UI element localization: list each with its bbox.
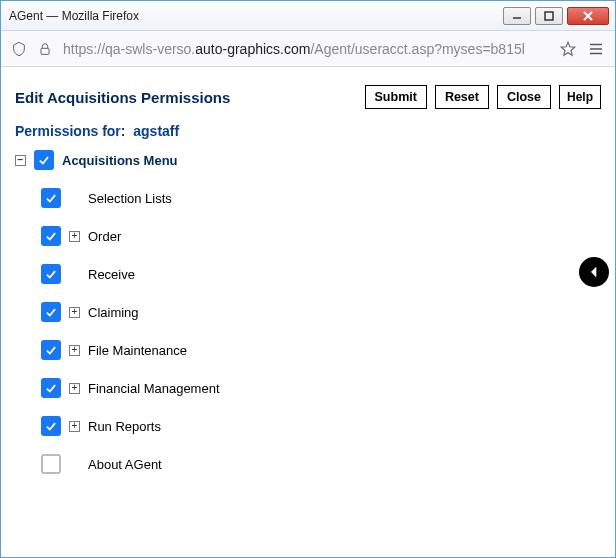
- lock-icon[interactable]: [37, 41, 53, 57]
- tree-item: + Claiming: [41, 299, 601, 325]
- page-title: Edit Acquisitions Permissions: [15, 89, 230, 106]
- expand-icon[interactable]: +: [69, 383, 80, 394]
- expander-spacer: [69, 269, 80, 280]
- tree-item-label: Order: [88, 229, 121, 244]
- checkbox-acquisitions-menu[interactable]: [34, 150, 54, 170]
- expander-spacer: [69, 193, 80, 204]
- browser-window: AGent — Mozilla Firefox https://qa-swls-…: [0, 0, 616, 558]
- close-button[interactable]: Close: [497, 85, 551, 109]
- url-suffix: /Agent/useracct.asp?myses=b815l: [310, 41, 524, 57]
- tree-item: + Financial Management: [41, 375, 601, 401]
- page-content: Edit Acquisitions Permissions Submit Res…: [1, 67, 615, 557]
- address-bar: https://qa-swls-verso.auto-graphics.com/…: [1, 31, 615, 67]
- checkbox-run-reports[interactable]: [41, 416, 61, 436]
- checkbox-about-agent[interactable]: [41, 454, 61, 474]
- permissions-for-label: Permissions for:: [15, 123, 125, 139]
- expand-icon[interactable]: +: [69, 307, 80, 318]
- expander-spacer: [69, 459, 80, 470]
- tree-item-label: Selection Lists: [88, 191, 172, 206]
- checkbox-receive[interactable]: [41, 264, 61, 284]
- tree-item-label: Run Reports: [88, 419, 161, 434]
- page-header: Edit Acquisitions Permissions Submit Res…: [15, 77, 601, 123]
- titlebar: AGent — Mozilla Firefox: [1, 1, 615, 31]
- permissions-for: Permissions for: agstaff: [15, 123, 601, 139]
- expand-icon[interactable]: +: [69, 345, 80, 356]
- svg-rect-1: [545, 12, 553, 20]
- permissions-for-value: agstaff: [133, 123, 179, 139]
- expand-icon[interactable]: +: [69, 231, 80, 242]
- checkbox-claiming[interactable]: [41, 302, 61, 322]
- tree-item: Selection Lists: [41, 185, 601, 211]
- checkbox-selection-lists[interactable]: [41, 188, 61, 208]
- tree-root: − Acquisitions Menu: [15, 147, 601, 173]
- help-button[interactable]: Help: [559, 85, 601, 109]
- window-close-button[interactable]: [567, 7, 609, 25]
- reset-button[interactable]: Reset: [435, 85, 489, 109]
- url-field[interactable]: https://qa-swls-verso.auto-graphics.com/…: [63, 35, 549, 63]
- tree-item-label: Claiming: [88, 305, 139, 320]
- checkbox-financial-management[interactable]: [41, 378, 61, 398]
- scroll-left-button[interactable]: [579, 257, 609, 287]
- collapse-icon[interactable]: −: [15, 155, 26, 166]
- permissions-tree: − Acquisitions Menu Selection Lists + Or…: [15, 147, 601, 477]
- checkbox-order[interactable]: [41, 226, 61, 246]
- tree-item: + Order: [41, 223, 601, 249]
- window-controls: [503, 7, 609, 25]
- tree-item: + Run Reports: [41, 413, 601, 439]
- menu-icon[interactable]: [587, 40, 605, 58]
- tree-item-label: Financial Management: [88, 381, 220, 396]
- url-prefix: https://qa-swls-verso.: [63, 41, 195, 57]
- tree-item: About AGent: [41, 451, 601, 477]
- submit-button[interactable]: Submit: [365, 85, 427, 109]
- svg-rect-4: [41, 48, 49, 54]
- shield-icon[interactable]: [11, 41, 27, 57]
- tree-item-label: Receive: [88, 267, 135, 282]
- tree-item-label: About AGent: [88, 457, 162, 472]
- bookmark-star-icon[interactable]: [559, 40, 577, 58]
- window-title: AGent — Mozilla Firefox: [9, 9, 503, 23]
- tree-root-label: Acquisitions Menu: [62, 153, 178, 168]
- tree-item: + File Maintenance: [41, 337, 601, 363]
- checkbox-file-maintenance[interactable]: [41, 340, 61, 360]
- url-domain: auto-graphics.com: [195, 41, 310, 57]
- minimize-button[interactable]: [503, 7, 531, 25]
- tree-item: Receive: [41, 261, 601, 287]
- expand-icon[interactable]: +: [69, 421, 80, 432]
- action-buttons: Submit Reset Close Help: [365, 85, 601, 109]
- tree-item-label: File Maintenance: [88, 343, 187, 358]
- maximize-button[interactable]: [535, 7, 563, 25]
